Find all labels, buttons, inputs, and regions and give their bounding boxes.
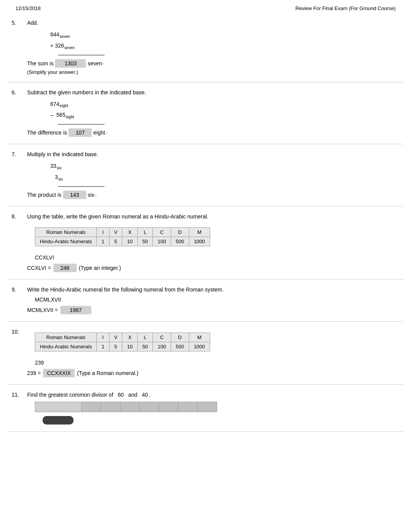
q7-answer-base: six· <box>88 192 97 198</box>
q5-answer-base: seven· <box>87 60 104 66</box>
q5-answer-value[interactable]: 1303 <box>55 59 86 68</box>
q7-line1: 33six <box>50 161 399 172</box>
q10-number-display: 239 <box>35 360 399 366</box>
q5-base1: seven <box>60 34 70 39</box>
q5-base2: seven <box>64 46 75 50</box>
page-header: 12/15/2018 Review For Final Exam (For Gr… <box>0 4 411 13</box>
q8-text: Using the table, write the given Roman n… <box>27 213 399 220</box>
q10-table-value-row: Hindu-Arabic Numerals 1 5 10 50 100 500 … <box>35 342 210 351</box>
q9-roman-display: MCMLXVII <box>35 297 399 303</box>
q11-table-row1 <box>35 402 217 412</box>
q6-answer-base: eight· <box>93 130 107 136</box>
q5-underline <box>58 52 104 55</box>
q7-math: 33six 3six <box>50 161 399 187</box>
q5-math: 644seven + 326seven <box>50 30 399 55</box>
q8-tv-10: 10 <box>122 237 137 246</box>
q10-tv-10: 10 <box>122 342 137 351</box>
q8-content: Using the table, write the given Roman n… <box>27 213 399 272</box>
q11-text-post: . <box>149 392 151 398</box>
q11-table-area <box>35 402 399 412</box>
q6-op2: – 565eight <box>50 110 74 121</box>
q7-number: 7. <box>12 151 27 157</box>
q7-answer-label: The product is <box>27 192 62 198</box>
question-10: 10. Roman Numerals I V X L C D M Hindu <box>8 322 403 385</box>
q10-tv-500: 500 <box>171 342 189 351</box>
question-9: 9. Write the Hindu-Arabic numeral for th… <box>8 280 403 322</box>
q5-note: (Simplify your answer.) <box>27 69 399 75</box>
q10-tv-1000: 1000 <box>189 342 210 351</box>
q6-base2: eight <box>66 115 74 119</box>
q8-th-L: L <box>137 227 152 237</box>
q6-base1: eight <box>60 104 68 108</box>
q8-answer-value[interactable]: 246 <box>53 264 77 272</box>
q9-number: 9. <box>12 286 27 293</box>
q6-answer-value[interactable]: 107 <box>68 128 92 137</box>
q7-underline <box>58 184 104 187</box>
q8-table-header-row: Roman Numerals I V X L C D M <box>35 227 210 237</box>
q8-tv-100: 100 <box>153 237 171 246</box>
question-6: 6. Subtract the given numbers in the ind… <box>8 82 403 145</box>
q6-answer-row: The difference is 107 eight· <box>27 128 399 137</box>
q5-num1: 644seven <box>50 30 70 40</box>
q10-eq-lhs: 239 = <box>27 370 41 376</box>
q10-tv-label: Hindu-Arabic Numerals <box>35 342 97 351</box>
q8-tv-500: 500 <box>171 237 189 246</box>
q10-tv-1: 1 <box>97 342 109 351</box>
q11-td-blank6 <box>159 402 178 412</box>
q9-answer-value[interactable]: 1967 <box>60 306 91 314</box>
header-date: 12/15/2018 <box>15 5 41 11</box>
header-title: Review For Final Exam (For Ground Course… <box>295 5 396 11</box>
q7-answer-value[interactable]: 143 <box>63 191 86 199</box>
q9-content: Write the Hindu-Arabic numeral for the f… <box>27 286 399 314</box>
q11-answer-blurred <box>43 416 74 425</box>
q6-answer-label: The difference is <box>27 130 67 136</box>
q10-tv-50: 50 <box>137 342 152 351</box>
q11-gcd-table <box>35 402 217 412</box>
q6-line1: 674eight <box>50 99 399 110</box>
q8-th-V: V <box>109 227 122 237</box>
q7-base1: six <box>57 166 62 170</box>
q8-note: (Type an integer.) <box>79 265 121 271</box>
q11-td-blank2 <box>82 402 101 412</box>
q5-content: Add. 644seven + 326seven The sum is 1303… <box>27 20 399 75</box>
q10-roman-table: Roman Numerals I V X L C D M Hindu-Arabi… <box>35 332 210 351</box>
q10-note: (Type a Roman numeral.) <box>77 370 139 376</box>
q8-tv-5: 5 <box>109 237 122 246</box>
q8-number: 8. <box>12 213 27 220</box>
q8-tv-1000: 1000 <box>189 237 210 246</box>
q10-answer-value[interactable]: CCXXXIX <box>43 369 74 377</box>
q7-num2: 3six <box>50 172 63 183</box>
q7-base2: six <box>58 177 63 181</box>
q6-number: 6. <box>12 89 27 95</box>
q10-th-I: I <box>97 332 109 342</box>
q11-conjunction: and <box>128 392 137 398</box>
q10-tv-100: 100 <box>153 342 171 351</box>
q11-td-blank1 <box>35 402 82 412</box>
question-5: 5. Add. 644seven + 326seven The sum is 1… <box>8 13 403 82</box>
q8-tv-label: Hindu-Arabic Numerals <box>35 237 97 246</box>
q11-text: Find the greatest common divisor of 60 a… <box>27 392 399 398</box>
question-8: 8. Using the table, write the given Roma… <box>8 206 403 280</box>
q10-th-L: L <box>137 332 152 342</box>
q10-table-header-row: Roman Numerals I V X L C D M <box>35 332 210 342</box>
q6-underline <box>58 121 104 124</box>
question-11: 11. Find the greatest common divisor of … <box>8 385 403 432</box>
q10-content: Roman Numerals I V X L C D M Hindu-Arabi… <box>27 329 399 377</box>
q5-number: 5. <box>12 20 27 26</box>
q8-table-value-row: Hindu-Arabic Numerals 1 5 10 50 100 500 … <box>35 237 210 246</box>
q10-table-container: Roman Numerals I V X L C D M Hindu-Arabi… <box>35 332 210 351</box>
q8-th-M: M <box>189 227 210 237</box>
q11-num2: 40 <box>142 392 148 398</box>
q9-eq-lhs: MCMLXVII = <box>27 307 58 313</box>
q9-eq-row: MCMLXVII = 1967 <box>27 306 399 314</box>
q11-td-blank4 <box>120 402 140 412</box>
q5-op2: + 326seven <box>50 41 75 51</box>
q8-eq-row: CCXLVI = 246 (Type an integer.) <box>27 264 399 272</box>
q10-th-V: V <box>109 332 122 342</box>
q8-tv-50: 50 <box>137 237 152 246</box>
q5-line1: 644seven <box>50 30 399 40</box>
q8-th-label: Roman Numerals <box>35 227 97 237</box>
q8-tv-1: 1 <box>97 237 109 246</box>
q7-line2: 3six <box>50 172 399 183</box>
q7-num1: 33six <box>50 161 62 172</box>
